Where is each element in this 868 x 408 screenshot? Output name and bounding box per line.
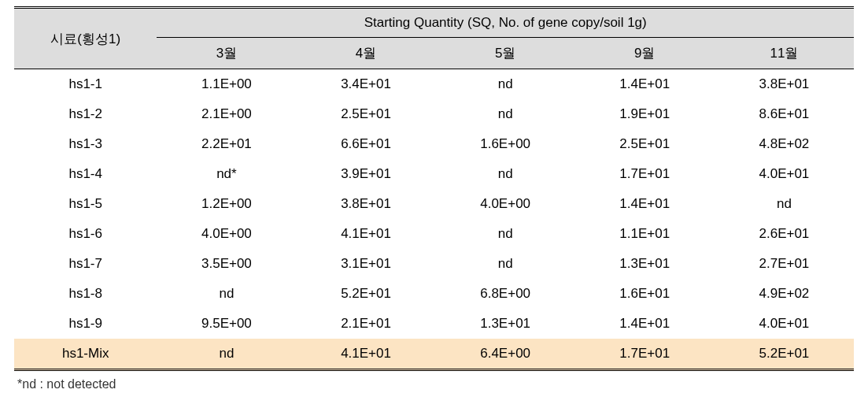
cell-value: 2.5E+01 [296,99,435,129]
cell-value: 3.4E+01 [296,69,435,100]
cell-value: 8.6E+01 [715,99,854,129]
cell-value: 4.8E+02 [715,129,854,159]
cell-value: 2.2E+01 [157,129,296,159]
table-row: hs1-5 1.2E+00 3.8E+01 4.0E+00 1.4E+01 nd [14,189,854,219]
cell-value: 2.7E+01 [715,249,854,279]
cell-value: nd [157,339,296,370]
cell-sample: hs1-8 [14,279,157,309]
footnote-nd: *nd : not detected [14,377,854,391]
cell-sample: hs1-6 [14,219,157,249]
table-body: hs1-1 1.1E+00 3.4E+01 nd 1.4E+01 3.8E+01… [14,69,854,370]
cell-value: 2.5E+01 [575,129,715,159]
table-row: hs1-4 nd* 3.9E+01 nd 1.7E+01 4.0E+01 [14,159,854,189]
sq-table: 시료(횡성1) Starting Quantity (SQ, No. of ge… [14,6,854,371]
cell-value: 5.2E+01 [715,339,854,370]
table-row: hs1-Mix nd 4.1E+01 6.4E+00 1.7E+01 5.2E+… [14,339,854,370]
cell-value: 5.2E+01 [296,279,435,309]
cell-value: 3.9E+01 [296,159,435,189]
cell-value: nd [436,99,575,129]
table-row: hs1-3 2.2E+01 6.6E+01 1.6E+00 2.5E+01 4.… [14,129,854,159]
cell-value: 2.6E+01 [715,219,854,249]
cell-value: 2.1E+01 [296,309,435,339]
cell-value: 4.9E+02 [715,279,854,309]
cell-value: 4.0E+00 [436,189,575,219]
cell-value: 2.1E+00 [157,99,296,129]
cell-value: 1.4E+01 [575,69,715,100]
cell-value: 1.7E+01 [575,159,715,189]
cell-value: 1.6E+01 [575,279,715,309]
col-header-sample: 시료(횡성1) [14,8,157,69]
cell-value: 1.1E+00 [157,69,296,100]
cell-value: nd* [157,159,296,189]
col-header-month: 11월 [715,38,854,69]
cell-value: 3.8E+01 [296,189,435,219]
cell-value: 1.6E+00 [436,129,575,159]
cell-value: 4.1E+01 [296,219,435,249]
cell-value: nd [436,159,575,189]
cell-value: 4.0E+00 [157,219,296,249]
cell-sample: hs1-4 [14,159,157,189]
table-row: hs1-6 4.0E+00 4.1E+01 nd 1.1E+01 2.6E+01 [14,219,854,249]
cell-value: 9.5E+00 [157,309,296,339]
cell-value: 6.6E+01 [296,129,435,159]
cell-sample: hs1-9 [14,309,157,339]
cell-value: 4.1E+01 [296,339,435,370]
table-row: hs1-8 nd 5.2E+01 6.8E+00 1.6E+01 4.9E+02 [14,279,854,309]
cell-value: 1.1E+01 [575,219,715,249]
col-header-sq: Starting Quantity (SQ, No. of gene copy/… [157,8,854,38]
cell-value: 6.8E+00 [436,279,575,309]
cell-sample: hs1-1 [14,69,157,100]
table-row: hs1-2 2.1E+00 2.5E+01 nd 1.9E+01 8.6E+01 [14,99,854,129]
cell-value: 3.1E+01 [296,249,435,279]
table-header: 시료(횡성1) Starting Quantity (SQ, No. of ge… [14,8,854,69]
cell-value: 1.7E+01 [575,339,715,370]
cell-value: 1.2E+00 [157,189,296,219]
cell-value: 6.4E+00 [436,339,575,370]
cell-sample: hs1-5 [14,189,157,219]
cell-value: 3.5E+00 [157,249,296,279]
cell-value: nd [436,69,575,100]
table-row: hs1-1 1.1E+00 3.4E+01 nd 1.4E+01 3.8E+01 [14,69,854,100]
cell-value: 1.4E+01 [575,189,715,219]
cell-value: nd [715,189,854,219]
cell-sample: hs1-Mix [14,339,157,370]
cell-sample: hs1-3 [14,129,157,159]
cell-value: 1.3E+01 [575,249,715,279]
col-header-month: 4월 [296,38,435,69]
col-header-month: 9월 [575,38,715,69]
table-row: hs1-7 3.5E+00 3.1E+01 nd 1.3E+01 2.7E+01 [14,249,854,279]
col-header-month: 5월 [436,38,575,69]
cell-sample: hs1-2 [14,99,157,129]
col-header-month: 3월 [157,38,296,69]
cell-value: nd [436,249,575,279]
cell-value: 1.4E+01 [575,309,715,339]
cell-value: 1.3E+01 [436,309,575,339]
cell-value: 1.9E+01 [575,99,715,129]
cell-value: 4.0E+01 [715,309,854,339]
cell-value: nd [157,279,296,309]
cell-value: nd [436,219,575,249]
cell-sample: hs1-7 [14,249,157,279]
cell-value: 3.8E+01 [715,69,854,100]
cell-value: 4.0E+01 [715,159,854,189]
table-row: hs1-9 9.5E+00 2.1E+01 1.3E+01 1.4E+01 4.… [14,309,854,339]
